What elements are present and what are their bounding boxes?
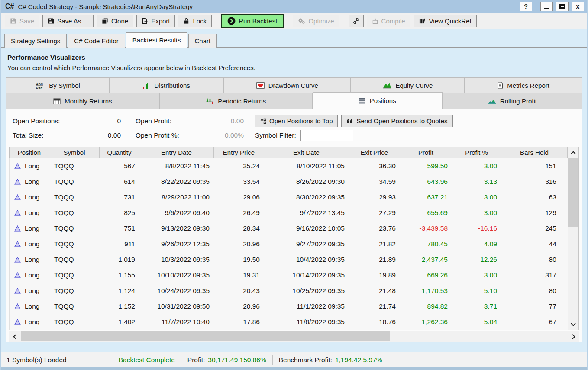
tab-monthly-returns[interactable]: Monthly Returns xyxy=(6,93,159,109)
col-profit-pct[interactable]: Profit % xyxy=(452,147,501,158)
exit-date-cell: 8/30/2022 09:35 xyxy=(264,193,349,201)
send-open-positions-to-quotes-button[interactable]: Send Open Positions to Quotes xyxy=(341,115,452,127)
profit-pct-cell: 3.00 xyxy=(452,209,501,217)
table-row[interactable]: Long TQQQ 731 8/29/2022 11:00 29.06 8/30… xyxy=(10,190,568,205)
positions-label: Positions xyxy=(370,97,396,104)
symbol-cell: TQQQ xyxy=(49,302,100,310)
positions-table-header: Position Symbol Quantity Entry Date Entr… xyxy=(9,147,568,158)
optimize-button[interactable]: Optimize xyxy=(293,15,339,27)
table-row[interactable]: Long TQQQ 614 8/22/2022 09:35 33.54 8/26… xyxy=(10,174,568,190)
tab-by-symbol[interactable]: ABCDEF By Symbol xyxy=(6,77,110,93)
table-row[interactable]: Long TQQQ 911 9/26/2022 12:35 20.96 9/27… xyxy=(10,236,568,252)
open-profit-label: Open Profit: xyxy=(136,117,208,125)
tab-equity-curve[interactable]: Equity Curve xyxy=(351,77,465,93)
position-cell: Long xyxy=(10,225,49,232)
tab-strategy-settings[interactable]: Strategy Settings xyxy=(4,34,67,48)
horizontal-scroll-track[interactable] xyxy=(20,331,568,342)
run-backtest-button[interactable]: Run Backtest xyxy=(221,14,284,28)
vertical-scrollbar[interactable] xyxy=(568,147,579,330)
tab-rolling-profit[interactable]: Rolling Profit xyxy=(443,93,582,109)
long-triangle-icon xyxy=(14,272,21,278)
col-exit-date[interactable]: Exit Date xyxy=(264,147,349,158)
scroll-left-button[interactable] xyxy=(9,331,20,342)
profit-cell: 643.96 xyxy=(400,178,452,186)
metrics-report-label: Metrics Report xyxy=(507,82,549,89)
backtest-preferences-link[interactable]: Backtest Preferences xyxy=(192,64,254,71)
long-triangle-icon xyxy=(14,225,21,232)
long-triangle-icon xyxy=(14,288,21,294)
open-positions-to-top-button[interactable]: Open Positions to Top xyxy=(255,115,338,127)
save-button[interactable]: Save xyxy=(5,15,39,27)
scroll-up-button[interactable] xyxy=(568,147,578,158)
position-type-label: Long xyxy=(25,271,39,279)
close-button[interactable]: x xyxy=(572,2,584,11)
profit-value: 30,171.49 150.86% xyxy=(208,356,266,364)
col-symbol[interactable]: Symbol xyxy=(49,147,100,158)
tab-positions[interactable]: Positions xyxy=(313,92,443,109)
col-exit-price[interactable]: Exit Price xyxy=(349,147,400,158)
tab-backtest-results[interactable]: Backtest Results xyxy=(126,32,187,48)
titlebar: C# C# Coded Strategy - Sample Strategies… xyxy=(1,0,587,13)
open-positions-to-top-label: Open Positions to Top xyxy=(269,117,333,125)
entry-date-cell: 9/6/2022 09:40 xyxy=(139,209,214,217)
col-bars-held[interactable]: Bars Held xyxy=(501,147,568,158)
position-type-label: Long xyxy=(25,318,39,326)
table-row[interactable]: Long TQQQ 1,152 10/31/2022 09:50 20.96 1… xyxy=(10,299,568,314)
long-triangle-icon xyxy=(14,179,21,185)
link-button[interactable] xyxy=(349,15,364,27)
save-icon xyxy=(10,18,16,24)
vertical-scroll-track[interactable] xyxy=(568,158,578,319)
table-row[interactable]: Long TQQQ 567 8/8/2022 11:45 35.24 8/10/… xyxy=(10,158,568,174)
scroll-right-button[interactable] xyxy=(568,331,579,342)
profit-pct-cell: 4.09 xyxy=(452,240,501,248)
rolling-profit-icon xyxy=(488,98,496,104)
tab-periodic-returns[interactable]: Periodic Returns xyxy=(159,93,313,109)
long-triangle-icon xyxy=(14,303,21,309)
minimize-button[interactable] xyxy=(540,2,553,11)
exit-price-cell: 23.76 xyxy=(349,225,400,232)
exit-date-cell: 8/26/2022 09:30 xyxy=(264,178,349,186)
visualizer-tab-strip: ABCDEF By Symbol Distributions Drawdown … xyxy=(6,77,582,342)
vertical-scroll-thumb[interactable] xyxy=(568,158,578,227)
horizontal-scrollbar[interactable] xyxy=(9,331,579,342)
col-entry-date[interactable]: Entry Date xyxy=(139,147,214,158)
export-button[interactable]: Export xyxy=(136,15,175,27)
table-row[interactable]: Long TQQQ 1,019 10/3/2022 09:35 19.50 10… xyxy=(10,252,568,267)
position-type-label: Long xyxy=(25,193,39,201)
exit-price-cell: 21.48 xyxy=(349,287,400,295)
maximize-button[interactable] xyxy=(556,2,569,11)
table-row[interactable]: Long TQQQ 825 9/6/2022 09:40 26.49 9/7/2… xyxy=(10,205,568,221)
exit-date-cell: 11/8/2022 09:35 xyxy=(264,318,349,326)
table-row[interactable]: Long TQQQ 1,124 10/24/2022 09:35 20.43 1… xyxy=(10,283,568,299)
save-as-button[interactable]: Save As ... xyxy=(42,15,94,27)
optimize-label: Optimize xyxy=(308,17,334,25)
view-quickref-button[interactable]: View QuickRef xyxy=(414,15,477,27)
table-row[interactable]: Long TQQQ 1,402 11/7/2022 10:40 17.86 11… xyxy=(10,314,568,330)
tab-distributions[interactable]: Distributions xyxy=(110,77,223,93)
horizontal-scroll-thumb[interactable] xyxy=(21,331,390,341)
entry-price-cell: 20.43 xyxy=(214,287,264,295)
help-button[interactable]: ? xyxy=(520,2,532,11)
table-row[interactable]: Long TQQQ 751 9/13/2022 09:30 28.34 9/16… xyxy=(10,221,568,236)
exit-price-cell: 21.89 xyxy=(349,256,400,264)
tab-code-editor[interactable]: C# Code Editor xyxy=(68,34,125,48)
by-symbol-label: By Symbol xyxy=(49,82,80,89)
lock-button[interactable]: Lock xyxy=(178,15,212,27)
table-row[interactable]: Long TQQQ 1,155 10/10/2022 09:35 19.31 1… xyxy=(10,267,568,283)
col-position[interactable]: Position xyxy=(10,147,49,158)
entry-price-cell: 29.06 xyxy=(214,193,264,201)
col-quantity[interactable]: Quantity xyxy=(100,147,139,158)
clone-button[interactable]: Clone xyxy=(97,15,133,27)
compile-button[interactable]: Compile xyxy=(367,15,410,27)
profit-cell: 669.26 xyxy=(400,271,452,279)
scroll-down-button[interactable] xyxy=(568,319,578,330)
symbol-filter-input[interactable] xyxy=(300,130,353,141)
col-profit[interactable]: Profit xyxy=(400,147,452,158)
tab-metrics-report[interactable]: Metrics Report xyxy=(465,77,582,93)
col-entry-price[interactable]: Entry Price xyxy=(214,147,264,158)
total-size-label: Total Size: xyxy=(13,132,90,139)
tab-drawdown-curve[interactable]: Drawdown Curve xyxy=(223,77,351,93)
entry-date-cell: 8/8/2022 11:45 xyxy=(139,162,214,170)
exit-price-cell: 18.76 xyxy=(349,318,400,326)
tab-chart[interactable]: Chart xyxy=(188,34,217,48)
